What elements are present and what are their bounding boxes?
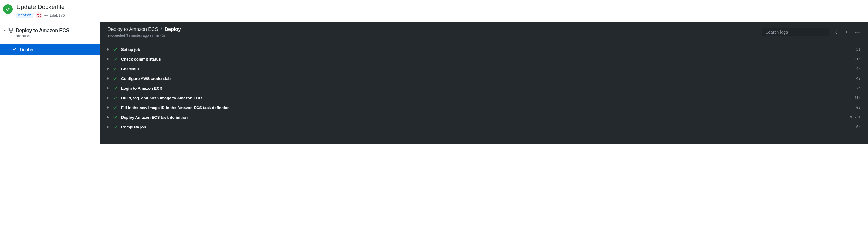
svg-point-0 <box>45 15 47 16</box>
chevron-right-icon <box>107 97 109 99</box>
check-icon <box>113 115 118 120</box>
step-name: Deploy Amazon ECS task definition <box>121 115 844 120</box>
step-name: Set up job <box>121 47 853 52</box>
chevron-right-icon <box>107 77 109 80</box>
check-icon <box>113 86 118 91</box>
job-status-text: succeeded 3 minutes ago in 4m 45s <box>107 33 181 38</box>
svg-point-3 <box>9 29 10 30</box>
commit-icon <box>44 13 48 17</box>
sidebar-job-label: Deploy <box>20 47 33 52</box>
step-duration: 4s <box>857 67 861 71</box>
chevron-down-icon <box>4 30 6 31</box>
step-duration: 4s <box>857 76 861 80</box>
step-name: Check commit status <box>121 57 850 62</box>
step-duration: 21s <box>854 57 861 61</box>
check-icon <box>113 96 118 100</box>
step-name: Complete job <box>121 125 853 129</box>
prev-button[interactable] <box>833 29 839 35</box>
step-row[interactable]: Check commit status 21s <box>100 54 868 64</box>
check-icon <box>113 76 118 81</box>
step-row[interactable]: Login to Amazon ECR 7s <box>100 83 868 93</box>
workflow-name: Deploy to Amazon ECS <box>16 28 69 33</box>
branch-badge[interactable]: master <box>17 13 33 18</box>
check-icon <box>113 66 118 71</box>
chevron-right-icon <box>107 87 109 90</box>
commit-sha: 1dab176 <box>50 13 65 17</box>
step-row[interactable]: Deploy Amazon ECS task definition 3m 23s <box>100 112 868 122</box>
status-success-icon <box>3 4 13 14</box>
workflow-icon <box>8 28 13 34</box>
workflow-item[interactable]: Deploy to Amazon ECS on: push <box>0 27 100 39</box>
chevron-right-icon <box>107 68 109 70</box>
step-duration: 41s <box>854 96 861 100</box>
step-duration: 5s <box>857 47 861 51</box>
sidebar-job-deploy[interactable]: Deploy <box>0 44 100 56</box>
chevron-right-icon <box>107 126 109 128</box>
step-row[interactable]: Configure AWS credentials 4s <box>100 74 868 83</box>
commit-link[interactable]: 1dab176 <box>44 13 65 17</box>
chevron-right-icon <box>107 116 109 118</box>
check-icon <box>113 105 118 110</box>
check-icon <box>113 57 118 62</box>
step-name: Login to Amazon ECR <box>121 86 853 91</box>
step-row[interactable]: Fill in the new image ID in the Amazon E… <box>100 103 868 112</box>
step-row[interactable]: Checkout 4s <box>100 64 868 74</box>
chevron-right-icon <box>107 58 109 60</box>
step-row[interactable]: Set up job 5s <box>100 44 868 54</box>
chevron-right-icon <box>107 48 109 50</box>
breadcrumb-job: Deploy <box>165 27 181 32</box>
step-name: Fill in the new image ID in the Amazon E… <box>121 105 853 110</box>
page-title: Update Dockerfile <box>17 4 65 11</box>
svg-point-5 <box>10 32 11 33</box>
svg-point-4 <box>12 29 13 30</box>
breadcrumb: Deploy to Amazon ECS / Deploy <box>107 27 181 32</box>
step-duration: 0s <box>857 125 861 129</box>
step-row[interactable]: Complete job 0s <box>100 122 868 132</box>
avatar[interactable] <box>35 12 41 19</box>
breadcrumb-workflow[interactable]: Deploy to Amazon ECS <box>107 27 158 32</box>
more-menu-icon[interactable] <box>854 30 861 34</box>
step-name: Build, tag, and push image to Amazon ECR <box>121 96 850 100</box>
workflow-trigger: on: push <box>16 34 69 38</box>
log-panel: Deploy to Amazon ECS / Deploy succeeded … <box>100 23 868 144</box>
page-header: Update Dockerfile master 1dab176 <box>0 0 868 23</box>
check-icon <box>113 124 118 129</box>
next-button[interactable] <box>843 29 850 35</box>
step-duration: 3m 23s <box>848 115 861 119</box>
step-name: Configure AWS credentials <box>121 76 853 81</box>
breadcrumb-separator: / <box>161 27 162 32</box>
search-input[interactable] <box>763 28 829 36</box>
step-row[interactable]: Build, tag, and push image to Amazon ECR… <box>100 93 868 103</box>
step-duration: 7s <box>857 86 861 90</box>
step-duration: 0s <box>857 105 861 110</box>
check-icon <box>12 47 17 52</box>
sidebar: Deploy to Amazon ECS on: push Deploy <box>0 23 100 144</box>
step-name: Checkout <box>121 67 853 71</box>
chevron-right-icon <box>107 106 109 109</box>
check-icon <box>113 47 118 52</box>
